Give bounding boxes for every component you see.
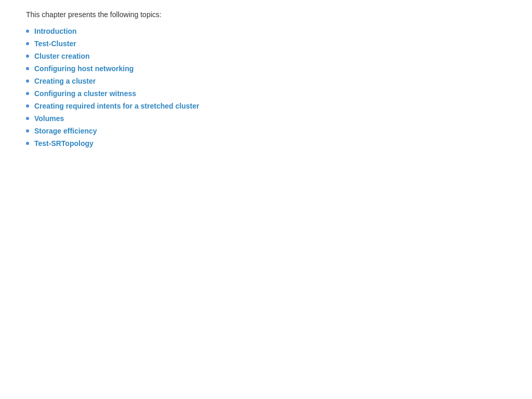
topic-link-storage-efficiency[interactable]: Storage efficiency bbox=[34, 127, 97, 135]
topic-link-cluster-creation[interactable]: Cluster creation bbox=[34, 52, 90, 60]
list-item: Configuring a cluster witness bbox=[26, 89, 506, 98]
list-item: Introduction bbox=[26, 27, 506, 35]
list-item: Test-SRTopology bbox=[26, 139, 506, 148]
list-item: Volumes bbox=[26, 114, 506, 123]
topic-link-introduction[interactable]: Introduction bbox=[34, 27, 77, 35]
bullet-icon bbox=[26, 117, 29, 120]
list-item: Configuring host networking bbox=[26, 64, 506, 73]
bullet-icon bbox=[26, 79, 29, 83]
bullet-icon bbox=[26, 92, 29, 95]
topic-list: IntroductionTest-ClusterCluster creation… bbox=[26, 27, 506, 148]
list-item: Creating required intents for a stretche… bbox=[26, 102, 506, 110]
topic-link-creating-required-intents[interactable]: Creating required intents for a stretche… bbox=[34, 102, 199, 110]
topic-link-configuring-a-cluster-witness[interactable]: Configuring a cluster witness bbox=[34, 89, 136, 98]
list-item: Cluster creation bbox=[26, 52, 506, 60]
bullet-icon bbox=[26, 104, 29, 108]
topic-link-test-cluster[interactable]: Test-Cluster bbox=[34, 39, 76, 48]
bullet-icon bbox=[26, 67, 29, 70]
main-content: This chapter presents the following topi… bbox=[0, 0, 532, 162]
intro-text: This chapter presents the following topi… bbox=[26, 10, 506, 19]
topic-link-creating-a-cluster[interactable]: Creating a cluster bbox=[34, 77, 96, 85]
list-item: Creating a cluster bbox=[26, 77, 506, 85]
bullet-icon bbox=[26, 42, 29, 45]
bullet-icon bbox=[26, 129, 29, 132]
bullet-icon bbox=[26, 142, 29, 145]
topic-link-test-srtopology[interactable]: Test-SRTopology bbox=[34, 139, 94, 148]
bullet-icon bbox=[26, 30, 29, 33]
list-item: Storage efficiency bbox=[26, 127, 506, 135]
list-item: Test-Cluster bbox=[26, 39, 506, 48]
topic-link-volumes[interactable]: Volumes bbox=[34, 114, 64, 123]
bullet-icon bbox=[26, 55, 29, 58]
topic-link-configuring-host-networking[interactable]: Configuring host networking bbox=[34, 64, 134, 73]
